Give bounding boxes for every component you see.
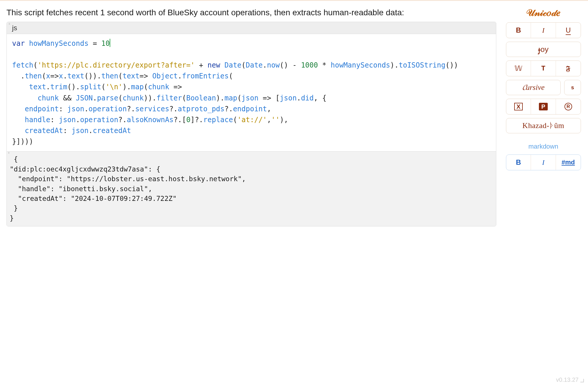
code-card: ⠿ js var howManySeconds = 10 fetch('http… xyxy=(6,22,496,226)
fraktur-button[interactable]: 𝕱 xyxy=(556,61,581,76)
cursive-button[interactable]: 𝓒ursive xyxy=(506,80,561,95)
id-hms: howManySeconds xyxy=(29,39,88,48)
markdown-row: B I #md xyxy=(506,154,581,170)
md-bold-button[interactable]: B xyxy=(506,155,531,170)
style-row-fonts: 𝕎 T 𝕱 xyxy=(506,60,581,76)
output-text: { "did:plc:oec4xgljcxdwwzq23tdw7asa": { … xyxy=(10,155,246,222)
language-label: js xyxy=(12,24,17,32)
drag-grip-icon[interactable]: ⠿ xyxy=(9,23,11,26)
unicode-section-title: 𝒰𝓃𝒾𝒸𝑜𝒹𝑒 xyxy=(526,7,561,18)
boxed-button[interactable]: X xyxy=(506,99,531,114)
doublestruck-button[interactable]: 𝕎 xyxy=(506,61,531,76)
md-heading-button[interactable]: #md xyxy=(556,155,581,170)
style-row-basic: B I U xyxy=(506,22,581,38)
md-italic-button[interactable]: I xyxy=(531,155,556,170)
bold-button[interactable]: B xyxy=(506,23,531,38)
circled-button[interactable]: R xyxy=(556,99,581,114)
version-label: v0.13.27 xyxy=(556,376,584,383)
kw-var: var xyxy=(12,39,25,48)
code-editor[interactable]: var howManySeconds = 10 fetch('https://p… xyxy=(7,34,496,152)
superscript-button[interactable]: s xyxy=(564,80,581,95)
markdown-section-title: markdown xyxy=(528,143,558,150)
khazad-button[interactable]: Khazad-ᚦûm xyxy=(506,118,581,133)
joy-button[interactable]: ɟᴊoyoy xyxy=(506,42,581,57)
typewriter-button[interactable]: T xyxy=(531,61,556,76)
code-language-header[interactable]: ⠿ js xyxy=(7,22,496,34)
text-caret-icon xyxy=(110,39,110,47)
parking-button[interactable]: P xyxy=(531,99,556,114)
code-output[interactable]: ⠿ { "did:plc:oec4xgljcxdwwzq23tdw7asa": … xyxy=(7,151,496,226)
style-row-boxed: X P R xyxy=(506,99,581,115)
drag-grip-icon[interactable]: ⠿ xyxy=(8,152,10,155)
description-text: This script fetches recent 1 second wort… xyxy=(6,7,496,19)
num-10: 10 xyxy=(101,39,110,48)
italic-button[interactable]: I xyxy=(531,23,556,38)
underline-button[interactable]: U xyxy=(556,23,581,38)
resize-corner-icon[interactable] xyxy=(580,378,584,382)
formatting-sidebar: 𝒰𝓃𝒾𝒸𝑜𝒹𝑒 B I U ɟᴊoyoy 𝕎 T 𝕱 𝓒ursive s X P xyxy=(505,7,582,170)
